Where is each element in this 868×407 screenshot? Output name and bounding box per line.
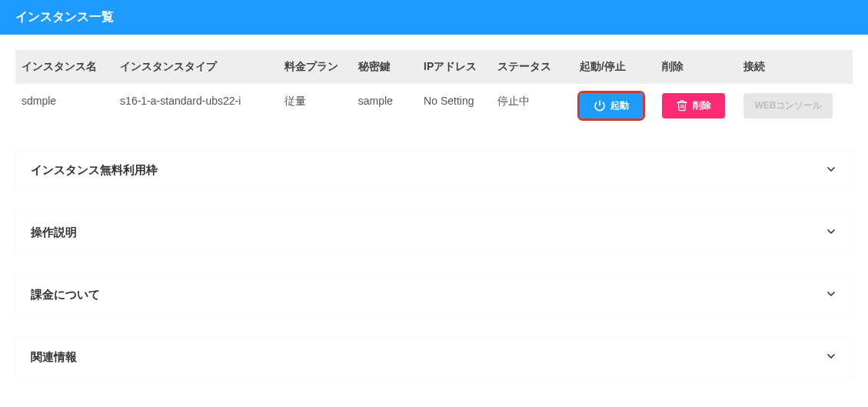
accordion-label: 関連情報 <box>31 350 77 365</box>
col-header-type: インスタンスタイプ <box>114 50 278 84</box>
delete-button-label: 削除 <box>693 99 711 112</box>
accordion-label: 操作説明 <box>31 225 77 240</box>
cell-key: sample <box>352 84 417 128</box>
col-header-key: 秘密鍵 <box>352 50 417 84</box>
page-title: インスタンス一覧 <box>15 10 114 23</box>
accordion-label: インスタンス無料利用枠 <box>31 163 158 178</box>
chevron-down-icon <box>825 225 837 240</box>
chevron-down-icon <box>825 288 837 302</box>
cell-name: sdmple <box>15 84 114 128</box>
accordion-free-tier[interactable]: インスタンス無料利用枠 <box>15 151 853 190</box>
cell-ip: No Setting <box>417 84 491 128</box>
col-header-connect: 接続 <box>737 50 853 84</box>
trash-icon <box>676 99 688 112</box>
delete-button[interactable]: 削除 <box>662 93 725 118</box>
chevron-down-icon <box>825 350 837 365</box>
col-header-name: インスタンス名 <box>15 50 114 84</box>
chevron-down-icon <box>825 163 837 178</box>
web-console-button[interactable]: WEBコンソール <box>743 93 833 118</box>
cell-plan: 従量 <box>278 84 352 128</box>
start-button[interactable]: 起動 <box>580 93 643 118</box>
power-icon <box>594 99 606 112</box>
accordion-billing[interactable]: 課金について <box>15 275 853 315</box>
table-row: sdmple s16-1-a-standard-ubs22-i 従量 sampl… <box>15 84 853 128</box>
accordion-label: 課金について <box>31 288 100 302</box>
page-header: インスタンス一覧 <box>0 0 868 35</box>
accordion-group: インスタンス無料利用枠 操作説明 課金について <box>15 151 853 377</box>
table-header-row: インスタンス名 インスタンスタイプ 料金プラン 秘密鍵 IPアドレス ステータス… <box>15 50 853 84</box>
start-button-label: 起動 <box>610 99 629 112</box>
web-console-button-label: WEBコンソール <box>754 99 822 112</box>
cell-status: 停止中 <box>491 84 574 128</box>
accordion-instructions[interactable]: 操作説明 <box>15 213 853 252</box>
col-header-startstop: 起動/停止 <box>574 50 656 84</box>
col-header-delete: 削除 <box>656 50 738 84</box>
accordion-related-info[interactable]: 関連情報 <box>15 338 853 377</box>
col-header-status: ステータス <box>491 50 574 84</box>
cell-type: s16-1-a-standard-ubs22-i <box>114 84 278 128</box>
instance-table: インスタンス名 インスタンスタイプ 料金プラン 秘密鍵 IPアドレス ステータス… <box>15 50 853 128</box>
col-header-ip: IPアドレス <box>417 50 491 84</box>
col-header-plan: 料金プラン <box>278 50 352 84</box>
